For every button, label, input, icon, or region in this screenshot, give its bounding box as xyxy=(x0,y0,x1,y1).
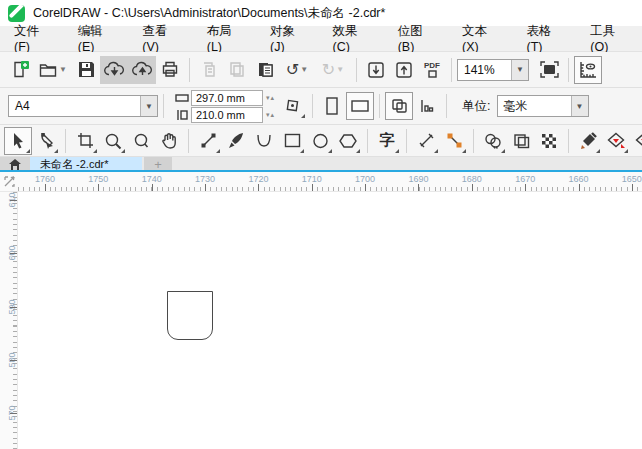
landscape-icon xyxy=(351,100,369,112)
portrait-icon xyxy=(326,97,338,115)
hruler-major-tick xyxy=(418,184,419,191)
crop-tool[interactable] xyxy=(71,127,99,155)
toolbox-separator xyxy=(473,129,474,153)
flyout-indicator xyxy=(328,149,332,153)
ruler-origin-icon[interactable] xyxy=(2,174,17,189)
parallel-dimension-tool[interactable] xyxy=(412,127,440,155)
page-width-spinner[interactable]: ▾▴ xyxy=(263,94,275,102)
flyout-indicator xyxy=(395,149,399,153)
text-tool[interactable]: 字 xyxy=(373,127,401,155)
page-width-field[interactable]: 297.0 mm xyxy=(191,90,263,106)
standard-toolbar: ▼ xyxy=(0,52,642,88)
shadow-balloons-icon xyxy=(484,133,502,149)
cloud-download-button[interactable] xyxy=(100,56,128,84)
hruler-major-tick xyxy=(205,184,206,191)
page-height-spinner[interactable]: ▾▴ xyxy=(263,111,275,119)
artistic-media-tool[interactable] xyxy=(222,127,250,155)
show-rulers-button[interactable] xyxy=(574,56,602,84)
home-icon xyxy=(9,159,21,170)
crop-tool-icon xyxy=(77,132,94,149)
freehand-icon xyxy=(200,132,217,149)
undo-dropdown-caret[interactable]: ▼ xyxy=(300,65,308,74)
text-tool-icon: 字 xyxy=(380,131,395,150)
all-pages-button[interactable] xyxy=(385,92,413,120)
eyedropper-tool[interactable] xyxy=(574,127,602,155)
redo-icon: ↻ xyxy=(322,62,335,78)
cloud-download-icon xyxy=(104,61,125,78)
new-document-icon xyxy=(11,60,30,79)
import-button[interactable] xyxy=(362,56,390,84)
paste-button[interactable] xyxy=(251,56,279,84)
cut-button[interactable] xyxy=(195,56,223,84)
flyout-indicator xyxy=(300,149,304,153)
hruler-minor-ticks xyxy=(18,187,642,191)
flyout-indicator xyxy=(462,149,466,153)
zoom-tool-icon xyxy=(104,132,122,150)
horizontal-ruler[interactable]: 1760175017401730172017101700169016801670… xyxy=(0,172,642,192)
pick-tool[interactable] xyxy=(4,127,32,155)
new-document-button[interactable] xyxy=(6,56,34,84)
smart-fill-tool[interactable] xyxy=(602,127,630,155)
hruler-number: 1760 xyxy=(35,174,55,184)
publish-to-pdf-button[interactable]: PDF xyxy=(418,56,446,84)
page-size-combobox[interactable]: A4 ▼ xyxy=(8,95,158,117)
ellipse-tool[interactable] xyxy=(306,127,334,155)
nudge-offset-button[interactable] xyxy=(279,92,307,120)
ellipse-icon xyxy=(312,133,329,149)
zoom-dropdown-caret[interactable]: ▼ xyxy=(511,60,528,80)
open-dropdown-caret[interactable]: ▼ xyxy=(59,65,67,74)
print-button[interactable] xyxy=(156,56,184,84)
nudge-offset-icon xyxy=(285,98,301,114)
drawing-canvas[interactable] xyxy=(18,192,642,449)
zoom-level-combobox[interactable]: 141% ▼ xyxy=(457,59,529,81)
landscape-button[interactable] xyxy=(346,92,374,120)
toolbar-separator xyxy=(568,58,569,82)
flyout-indicator xyxy=(624,149,628,153)
save-button[interactable] xyxy=(72,56,100,84)
undo-button[interactable]: ↺ ▼ xyxy=(279,56,315,84)
fullscreen-preview-button[interactable] xyxy=(535,56,563,84)
cut-icon xyxy=(201,61,218,78)
current-page-button[interactable] xyxy=(413,92,441,120)
shadow-tool[interactable] xyxy=(479,127,507,155)
shape-tool[interactable] xyxy=(32,127,60,155)
portrait-button[interactable] xyxy=(318,92,346,120)
pan-tool[interactable] xyxy=(155,127,183,155)
page-size-caret[interactable]: ▼ xyxy=(140,96,157,116)
b-spline-tool[interactable] xyxy=(250,127,278,155)
vruler-major-tick xyxy=(10,413,17,414)
units-combobox[interactable]: 毫米 ▼ xyxy=(497,95,589,117)
transparency-tool[interactable] xyxy=(507,127,535,155)
import-icon xyxy=(367,61,385,79)
propbar-separator xyxy=(379,94,380,118)
copy-button[interactable] xyxy=(223,56,251,84)
fill-diamond2-icon xyxy=(635,132,642,149)
units-caret[interactable]: ▼ xyxy=(571,96,588,116)
fill-diamond-icon xyxy=(607,132,626,149)
rounded-bottom-rectangle-shape[interactable] xyxy=(167,291,213,340)
checker-pattern-icon xyxy=(541,133,557,149)
pattern-fill-tool[interactable] xyxy=(535,127,563,155)
redo-button[interactable]: ↻ ▼ xyxy=(315,56,351,84)
zoom-tool[interactable] xyxy=(99,127,127,155)
interactive-fill-tool[interactable] xyxy=(630,127,642,155)
open-document-button[interactable]: ▼ xyxy=(34,56,72,84)
property-bar: A4 ▼ 297.0 mm ▾▴ 210.0 mm ▾▴ xyxy=(0,88,642,125)
vertical-ruler[interactable]: 610600590580570 xyxy=(0,192,18,449)
copy-icon xyxy=(229,61,246,78)
polygon-tool[interactable] xyxy=(334,127,362,155)
hruler-number: 1700 xyxy=(355,174,375,184)
hruler-major-tick xyxy=(525,184,526,191)
export-button[interactable] xyxy=(390,56,418,84)
freehand-tool[interactable] xyxy=(194,127,222,155)
cloud-upload-button[interactable] xyxy=(128,56,156,84)
connector-tool[interactable] xyxy=(440,127,468,155)
hruler-number: 1750 xyxy=(88,174,108,184)
rectangle-tool[interactable] xyxy=(278,127,306,155)
zoom-out-tool[interactable] xyxy=(127,127,155,155)
hruler-number: 1660 xyxy=(568,174,588,184)
hruler-major-tick xyxy=(312,184,313,191)
save-icon xyxy=(78,61,95,78)
page-height-field[interactable]: 210.0 mm xyxy=(191,107,263,123)
zoom-level-value: 141% xyxy=(458,63,511,77)
